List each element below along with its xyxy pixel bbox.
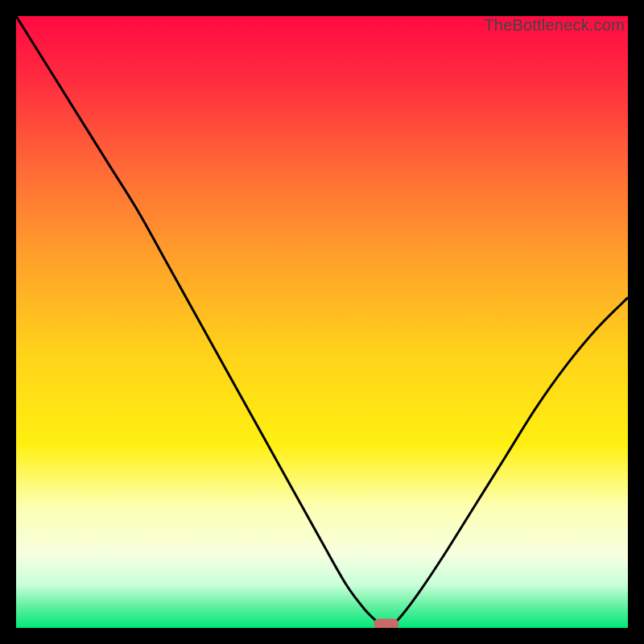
- plot-area: TheBottleneck.com: [16, 16, 628, 628]
- optimal-marker: [374, 619, 398, 628]
- chart-frame: TheBottleneck.com: [0, 0, 644, 644]
- bottleneck-chart: [16, 16, 628, 628]
- gradient-background: [16, 16, 628, 628]
- watermark-text: TheBottleneck.com: [484, 16, 625, 35]
